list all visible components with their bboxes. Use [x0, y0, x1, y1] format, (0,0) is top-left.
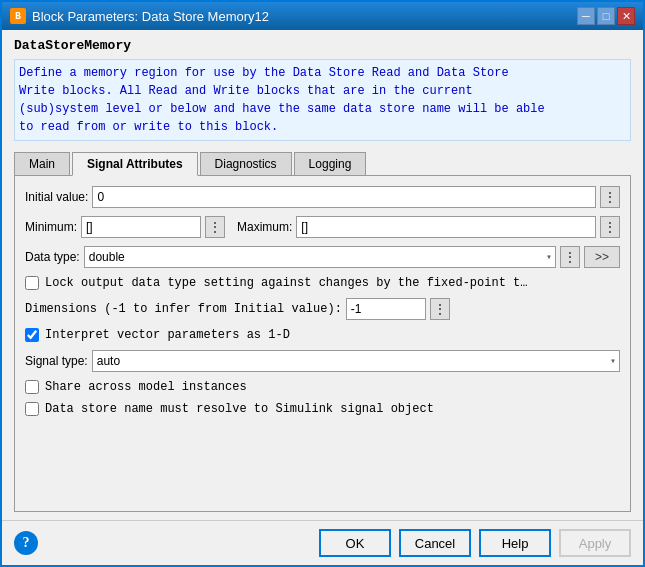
maximum-label: Maximum: [237, 220, 292, 234]
initial-value-input[interactable] [92, 186, 596, 208]
window-title: Block Parameters: Data Store Memory12 [32, 9, 269, 24]
interpret-checkbox[interactable] [25, 328, 39, 342]
dimensions-row: Dimensions (-1 to infer from Initial val… [25, 298, 620, 320]
tab-main[interactable]: Main [14, 152, 70, 176]
data-type-select[interactable]: double single int8 int16 int32 uint8 uin… [84, 246, 556, 268]
ok-button[interactable]: OK [319, 529, 391, 557]
signal-type-label: Signal type: [25, 354, 88, 368]
dimensions-input[interactable] [346, 298, 426, 320]
minimum-dots-button[interactable]: ⋮ [205, 216, 225, 238]
data-type-row: Data type: double single int8 int16 int3… [25, 246, 620, 268]
tab-bar: Main Signal Attributes Diagnostics Loggi… [14, 151, 631, 176]
tab-content: Initial value: ⋮ Minimum: ⋮ Maximum: ⋮ D… [14, 176, 631, 512]
minimize-button[interactable]: ─ [577, 7, 595, 25]
dialog-buttons: OK Cancel Help Apply [319, 529, 631, 557]
dimensions-dots-button[interactable]: ⋮ [430, 298, 450, 320]
initial-value-row: Initial value: ⋮ [25, 186, 620, 208]
share-label: Share across model instances [45, 380, 247, 394]
initial-value-label: Initial value: [25, 190, 88, 204]
resolve-row: Data store name must resolve to Simulink… [25, 402, 620, 416]
button-bar: ? OK Cancel Help Apply [2, 520, 643, 565]
title-controls: ─ □ ✕ [577, 7, 635, 25]
interpret-row: Interpret vector parameters as 1-D [25, 328, 620, 342]
tab-diagnostics[interactable]: Diagnostics [200, 152, 292, 176]
interpret-label: Interpret vector parameters as 1-D [45, 328, 290, 342]
tab-signal-attributes[interactable]: Signal Attributes [72, 152, 198, 176]
lock-label: Lock output data type setting against ch… [45, 276, 527, 290]
data-type-label: Data type: [25, 250, 80, 264]
maximize-button[interactable]: □ [597, 7, 615, 25]
min-max-row: Minimum: ⋮ Maximum: ⋮ [25, 216, 620, 238]
share-row: Share across model instances [25, 380, 620, 394]
apply-button[interactable]: Apply [559, 529, 631, 557]
signal-type-select[interactable]: auto real complex [92, 350, 620, 372]
close-button[interactable]: ✕ [617, 7, 635, 25]
maximum-input[interactable] [296, 216, 596, 238]
minimum-label: Minimum: [25, 220, 77, 234]
lock-checkbox[interactable] [25, 276, 39, 290]
main-window: B Block Parameters: Data Store Memory12 … [0, 0, 645, 567]
title-bar-left: B Block Parameters: Data Store Memory12 [10, 8, 269, 24]
share-checkbox[interactable] [25, 380, 39, 394]
title-bar: B Block Parameters: Data Store Memory12 … [2, 2, 643, 30]
window-icon: B [10, 8, 26, 24]
data-type-dots-button[interactable]: ⋮ [560, 246, 580, 268]
description-text: Define a memory region for use by the Da… [14, 59, 631, 141]
help-button[interactable]: Help [479, 529, 551, 557]
minimum-input[interactable] [81, 216, 201, 238]
help-icon-button[interactable]: ? [14, 531, 38, 555]
resolve-checkbox[interactable] [25, 402, 39, 416]
lock-row: Lock output data type setting against ch… [25, 276, 620, 290]
dimensions-label: Dimensions (-1 to infer from Initial val… [25, 302, 342, 316]
signal-type-row: Signal type: auto real complex ▾ [25, 350, 620, 372]
tab-logging[interactable]: Logging [294, 152, 367, 176]
block-name: DataStoreMemory [14, 38, 631, 53]
resolve-label: Data store name must resolve to Simulink… [45, 402, 434, 416]
data-type-double-arrow-button[interactable]: >> [584, 246, 620, 268]
content-area: DataStoreMemory Define a memory region f… [2, 30, 643, 520]
maximum-dots-button[interactable]: ⋮ [600, 216, 620, 238]
cancel-button[interactable]: Cancel [399, 529, 471, 557]
initial-value-dots-button[interactable]: ⋮ [600, 186, 620, 208]
